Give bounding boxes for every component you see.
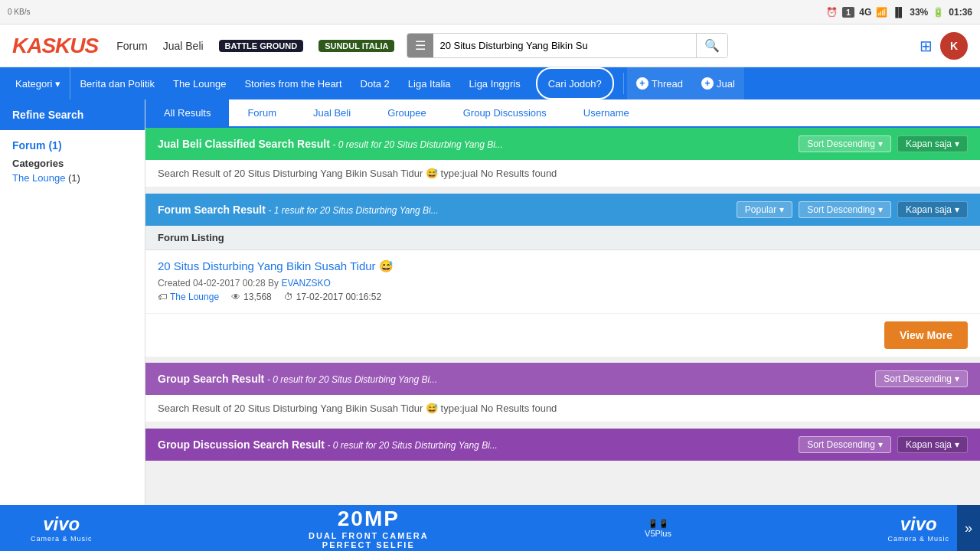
- nav-liga-italia[interactable]: Liga Italia: [399, 67, 460, 99]
- sidebar-category-item[interactable]: The Lounge (1): [12, 172, 132, 184]
- alarm-icon: ⏰: [826, 7, 838, 18]
- signal-bars: ▐▌: [892, 7, 905, 18]
- views-icon: 👁: [231, 292, 240, 302]
- group-sort-btn[interactable]: Sort Descending ▾: [875, 370, 968, 387]
- dropdown-arrow-icon: ▾: [55, 78, 60, 90]
- header-jualbeli-link[interactable]: Jual Beli: [163, 40, 204, 52]
- forum-section: Forum Search Result - 1 result for 20 Si…: [145, 194, 980, 357]
- group-disc-header: Group Discussion Search Result - 0 resul…: [145, 429, 980, 461]
- network-4g: 4G: [859, 7, 871, 18]
- forum-popular-btn[interactable]: Popular ▾: [737, 201, 792, 218]
- forum-listing-label: Forum Listing: [145, 226, 980, 250]
- sidebar-forum-link[interactable]: Forum (1): [12, 139, 132, 152]
- forum-sort-controls: Popular ▾ Sort Descending ▾ Kapan saja ▾: [737, 201, 968, 218]
- plus-circle-icon: +: [636, 77, 648, 90]
- group-disc-kapan-btn[interactable]: Kapan saja ▾: [897, 436, 968, 453]
- jual-beli-sort-controls: Sort Descending ▾ Kapan saja ▾: [799, 135, 968, 152]
- notification-badge: 1: [842, 7, 854, 18]
- tag-item-lounge: 🏷 The Lounge: [158, 292, 219, 302]
- kaskus-logo[interactable]: KASKUS: [12, 34, 98, 58]
- nav-divider: [623, 73, 624, 94]
- status-icons: ⏰ 1 4G 📶 ▐▌ 33% 🔋 01:36: [826, 7, 972, 18]
- forum-result-thread-title[interactable]: 20 Situs Disturbing Yang Bikin Susah Tid…: [158, 259, 968, 273]
- tag-lounge-link[interactable]: The Lounge: [170, 292, 219, 302]
- ad-expand-button[interactable]: »: [957, 505, 980, 551]
- forum-result-meta: Created 04-02-2017 00:28 By EVANZSKO: [158, 278, 968, 289]
- group-disc-sort-btn[interactable]: Sort Descending ▾: [799, 436, 891, 453]
- tab-username[interactable]: Username: [565, 99, 648, 126]
- header-forum-link[interactable]: Forum: [116, 40, 147, 52]
- search-input[interactable]: [433, 35, 696, 56]
- tab-all-results[interactable]: All Results: [145, 99, 229, 126]
- sidebar-categories-label: Categories: [12, 158, 132, 169]
- nav-dota2[interactable]: Dota 2: [351, 67, 399, 99]
- nav-liga-inggris[interactable]: Liga Inggris: [460, 67, 530, 99]
- tab-groupee[interactable]: Groupee: [369, 99, 445, 126]
- battleground-badge[interactable]: BATTLE GROUND: [219, 40, 304, 52]
- tab-group-discussions[interactable]: Group Discussions: [445, 99, 565, 126]
- nav-stories[interactable]: Stories from the Heart: [235, 67, 351, 99]
- search-bar: ☰ 🔍: [407, 33, 728, 58]
- nav-berita[interactable]: Berita dan Politik: [70, 67, 164, 99]
- view-more-row: View More: [145, 314, 980, 357]
- jual-beli-header: Jual Beli Classified Search Result - 0 r…: [145, 128, 980, 160]
- nav-kategori[interactable]: Kategori ▾: [6, 67, 70, 99]
- search-menu-button[interactable]: ☰: [407, 34, 433, 57]
- sidebar-category-count: (1): [68, 172, 80, 184]
- header: KASKUS Forum Jual Beli BATTLE GROUND SUN…: [0, 24, 980, 67]
- group-sort-controls: Sort Descending ▾: [875, 370, 968, 387]
- status-bar: 0 KB/s ⏰ 1 4G 📶 ▐▌ 33% 🔋 01:36: [0, 0, 980, 24]
- nav-cari-jodoh[interactable]: Cari Jodoh?: [536, 67, 614, 99]
- group-header: Group Search Result - 0 result for 20 Si…: [145, 363, 980, 395]
- jual-beli-sort-btn[interactable]: Sort Descending ▾: [799, 135, 891, 152]
- content: All Results Forum Jual Beli Groupee Grou…: [145, 99, 980, 551]
- nav-lounge[interactable]: The Lounge: [164, 67, 235, 99]
- sidebar: Refine Search Forum (1) Categories The L…: [0, 99, 145, 551]
- jual-beli-subtitle: - 0 result for 20 Situs Disturbing Yang …: [333, 139, 503, 150]
- nav-jual-btn[interactable]: + Jual: [692, 67, 744, 99]
- kapan-dropdown-icon: ▾: [955, 139, 959, 149]
- tag-item-date: ⏱ 17-02-2017 00:16:52: [284, 292, 381, 302]
- group-section: Group Search Result - 0 result for 20 Si…: [145, 363, 980, 422]
- grid-icon[interactable]: ⊞: [920, 37, 933, 55]
- ad-vivo-right: vivo Camera & Music: [887, 514, 949, 543]
- last-date: 17-02-2017 00:16:52: [296, 292, 381, 302]
- sundul-badge[interactable]: SUNDUL ITALIA: [318, 40, 394, 52]
- group-no-result: Search Result of 20 Situs Disturbing Yan…: [145, 395, 980, 422]
- clock: 01:36: [949, 7, 972, 18]
- search-submit-button[interactable]: 🔍: [696, 34, 727, 57]
- plus-circle-jual-icon: +: [701, 77, 714, 90]
- sort-dropdown-icon: ▾: [878, 139, 883, 149]
- forum-result-author[interactable]: EVANZSKO: [281, 278, 330, 289]
- forum-result-subtitle: - 1 result for 20 Situs Disturbing Yang …: [268, 205, 438, 216]
- group-disc-title: Group Discussion Search Result: [158, 439, 325, 451]
- forum-header: Forum Search Result - 1 result for 20 Si…: [145, 194, 980, 226]
- tab-jual-beli[interactable]: Jual Beli: [295, 99, 369, 126]
- forum-kapan-btn[interactable]: Kapan saja ▾: [897, 201, 968, 218]
- group-sort-icon: ▾: [955, 373, 959, 384]
- avatar[interactable]: K: [940, 32, 968, 60]
- data-speed: 0 KB/s: [8, 8, 30, 16]
- sidebar-category-lounge[interactable]: The Lounge: [12, 172, 65, 184]
- forum-sort-btn[interactable]: Sort Descending ▾: [799, 201, 891, 218]
- forum-sort-icon: ▾: [878, 204, 883, 215]
- jual-beli-section: Jual Beli Classified Search Result - 0 r…: [145, 128, 980, 187]
- ad-model: 📱📱 V5Plus: [645, 519, 671, 538]
- forum-result-item: 20 Situs Disturbing Yang Bikin Susah Tid…: [145, 250, 980, 314]
- group-disc-subtitle: - 0 result for 20 Situs Disturbing Yang …: [327, 440, 497, 451]
- battery-percent: 33%: [910, 7, 928, 18]
- tab-forum[interactable]: Forum: [229, 99, 295, 126]
- group-subtitle: - 0 result for 20 Situs Disturbing Yang …: [267, 374, 437, 385]
- tag-icon: 🏷: [158, 292, 167, 302]
- forum-kapan-icon: ▾: [955, 204, 959, 215]
- group-disc-sort-controls: Sort Descending ▾ Kapan saja ▾: [799, 436, 968, 453]
- header-actions: ⊞ K: [920, 32, 968, 60]
- jual-beli-kapan-btn[interactable]: Kapan saja ▾: [897, 135, 968, 152]
- tag-item-views: 👁 13,568: [231, 292, 272, 302]
- group-disc-sort-icon: ▾: [878, 439, 883, 450]
- view-more-button[interactable]: View More: [884, 321, 968, 349]
- jual-beli-no-result: Search Result of 20 Situs Disturbing Yan…: [145, 160, 980, 187]
- forum-result-tags: 🏷 The Lounge 👁 13,568 ⏱ 17-02-2017 00:16…: [158, 292, 968, 302]
- nav-thread-btn[interactable]: + Thread: [627, 67, 692, 99]
- search-tabs: All Results Forum Jual Beli Groupee Grou…: [145, 99, 980, 128]
